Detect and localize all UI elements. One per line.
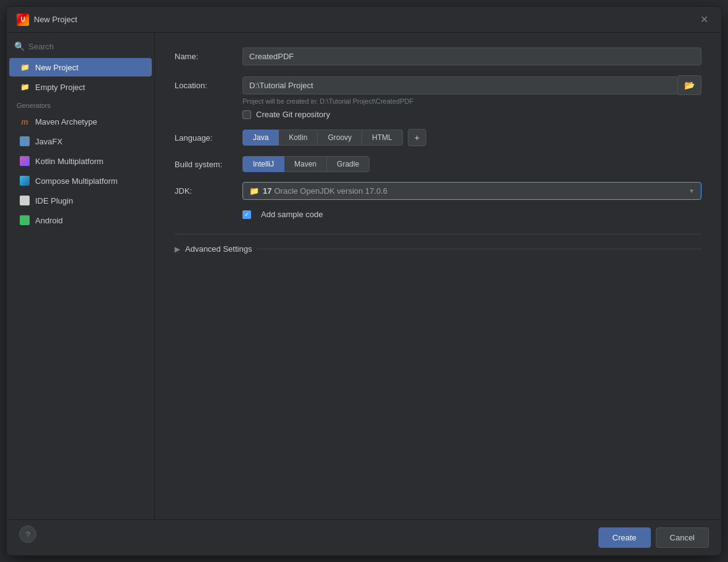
- search-icon: 🔍: [14, 41, 25, 51]
- build-system-row: Build system: IntelliJ Maven Gradle: [175, 156, 701, 172]
- build-maven-button[interactable]: Maven: [284, 156, 327, 172]
- sample-code-label: Add sample code: [261, 210, 323, 219]
- location-hint: Project will be created in: D:\Tutorial …: [242, 97, 701, 105]
- advanced-settings-section[interactable]: ▶ Advanced Settings: [175, 234, 701, 254]
- main-content: 🔍 📁 New Project 📁 Empty Project Generato…: [7, 33, 721, 519]
- sample-code-row: Add sample code: [175, 210, 701, 219]
- sidebar-item-label-maven: Maven Archetype: [35, 117, 97, 126]
- sidebar-item-label-javafx: JavaFX: [35, 137, 62, 146]
- jdk-dropdown[interactable]: 📁 17 Oracle OpenJDK version 17.0.6 ▼: [242, 182, 701, 200]
- sidebar-item-label-new-project: New Project: [35, 63, 78, 72]
- location-input[interactable]: [242, 76, 678, 94]
- language-buttons-area: Java Kotlin Groovy HTML +: [242, 129, 701, 146]
- jdk-folder-icon: 📁: [249, 186, 259, 196]
- language-html-button[interactable]: HTML: [362, 130, 403, 146]
- advanced-settings-label: Advanced Settings: [185, 244, 252, 254]
- sidebar-item-javafx[interactable]: JavaFX: [9, 132, 152, 151]
- build-gradle-button[interactable]: Gradle: [326, 156, 370, 172]
- sidebar-item-empty-project[interactable]: 📁 Empty Project: [9, 78, 152, 96]
- location-input-area: 📂: [242, 75, 701, 95]
- ide-plugin-icon: [19, 195, 30, 206]
- language-kotlin-button[interactable]: Kotlin: [278, 130, 318, 146]
- jdk-label: JDK:: [175, 186, 242, 196]
- new-project-icon: 📁: [19, 62, 30, 73]
- help-button[interactable]: ?: [19, 526, 36, 543]
- location-label: Location:: [175, 81, 242, 90]
- language-row: Language: Java Kotlin Groovy HTML +: [175, 129, 701, 146]
- language-label: Language:: [175, 133, 242, 143]
- kotlin-multi-icon: [19, 155, 30, 167]
- sidebar-item-android[interactable]: Android: [9, 211, 152, 229]
- compose-icon: [19, 175, 30, 186]
- title-bar: U New Project ✕: [7, 7, 721, 33]
- sidebar-item-maven[interactable]: m Maven Archetype: [9, 112, 152, 131]
- git-repo-row: Create Git repository: [242, 110, 701, 119]
- sidebar-item-label-kotlin-multi: Kotlin Multiplatform: [35, 157, 104, 166]
- sidebar-item-label-android: Android: [35, 216, 63, 225]
- name-row: Name:: [175, 48, 701, 65]
- jdk-version: 17: [263, 186, 271, 196]
- location-row-inner: 📂: [242, 75, 701, 95]
- dialog-title: New Project: [34, 15, 697, 24]
- new-project-dialog: U New Project ✕ 🔍 📁 New Project 📁 Empty …: [6, 6, 722, 556]
- footer: ? Create Cancel: [7, 519, 721, 555]
- build-system-buttons: IntelliJ Maven Gradle: [242, 156, 701, 172]
- build-system-buttons-area: IntelliJ Maven Gradle: [242, 156, 701, 172]
- dropdown-arrow-icon: ▼: [689, 188, 695, 194]
- jdk-dropdown-area: 📁 17 Oracle OpenJDK version 17.0.6 ▼: [242, 182, 701, 200]
- sidebar-item-new-project[interactable]: 📁 New Project: [9, 58, 152, 76]
- create-button[interactable]: Create: [598, 527, 651, 548]
- language-add-button[interactable]: +: [408, 129, 426, 146]
- app-icon: U: [17, 14, 29, 26]
- empty-project-icon: 📁: [19, 81, 30, 93]
- sample-code-checkbox[interactable]: [242, 210, 251, 219]
- build-intellij-button[interactable]: IntelliJ: [242, 156, 284, 172]
- name-input-area: [242, 48, 701, 65]
- build-system-label: Build system:: [175, 160, 242, 169]
- search-bar: 🔍: [7, 38, 154, 55]
- git-checkbox[interactable]: [242, 110, 251, 119]
- maven-icon: m: [19, 116, 30, 127]
- sidebar-item-label-empty-project: Empty Project: [35, 83, 85, 92]
- javafx-icon: [19, 136, 30, 147]
- close-button[interactable]: ✕: [697, 12, 711, 27]
- language-groovy-button[interactable]: Groovy: [317, 130, 362, 146]
- cancel-button[interactable]: Cancel: [656, 527, 709, 548]
- name-label: Name:: [175, 52, 242, 61]
- browse-button[interactable]: 📂: [678, 75, 701, 95]
- git-label: Create Git repository: [256, 110, 330, 119]
- jdk-row: JDK: 📁 17 Oracle OpenJDK version 17.0.6 …: [175, 182, 701, 200]
- language-java-button[interactable]: Java: [242, 130, 279, 146]
- sidebar: 🔍 📁 New Project 📁 Empty Project Generato…: [7, 33, 155, 519]
- generators-section-label: Generators: [7, 97, 154, 112]
- advanced-divider: [257, 249, 701, 249]
- language-buttons: Java Kotlin Groovy HTML: [242, 130, 403, 146]
- sidebar-item-ide-plugin[interactable]: IDE Plugin: [9, 191, 152, 210]
- sidebar-item-label-ide-plugin: IDE Plugin: [35, 196, 73, 205]
- name-input[interactable]: [242, 48, 701, 65]
- folder-icon: 📂: [684, 80, 695, 90]
- search-input[interactable]: [28, 42, 147, 51]
- location-row: Location: 📂: [175, 75, 701, 95]
- sidebar-item-kotlin-multi[interactable]: Kotlin Multiplatform: [9, 152, 152, 170]
- form-panel: Name: Location: 📂 Project: [155, 33, 721, 519]
- sidebar-item-label-compose: Compose Multiplatform: [35, 176, 118, 186]
- sidebar-item-compose[interactable]: Compose Multiplatform: [9, 171, 152, 190]
- android-icon: [19, 215, 30, 226]
- chevron-right-icon: ▶: [175, 245, 180, 254]
- jdk-description: Oracle OpenJDK version 17.0.6: [274, 186, 689, 196]
- language-button-group: Java Kotlin Groovy HTML +: [242, 129, 701, 146]
